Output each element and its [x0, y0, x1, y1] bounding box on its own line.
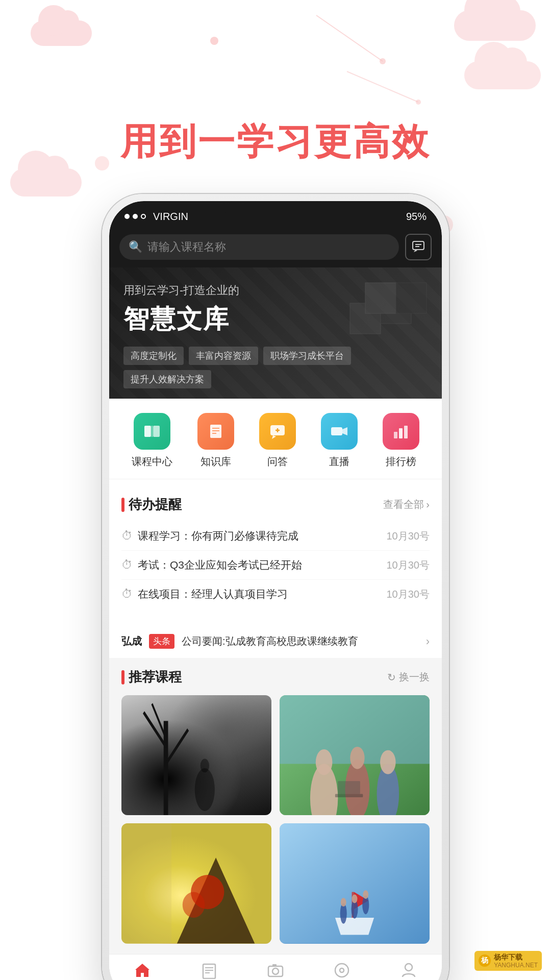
todo-header: 待办提醒 查看全部 › — [121, 496, 430, 513]
course-image-2 — [121, 823, 271, 943]
search-input-wrap[interactable]: 🔍 请输入课程名称 — [119, 234, 399, 260]
book-open-icon — [142, 422, 162, 441]
svg-marker-23 — [272, 435, 276, 439]
banner[interactable]: 用到云学习-打造企业的 智慧文库 高度定制化 丰富内容资源 职场学习成长平台 提… — [109, 267, 442, 399]
headline: 用到一学习更高效 — [0, 117, 551, 166]
todo-title: 待办提醒 — [121, 496, 182, 513]
rank-icon — [383, 413, 419, 450]
course-card-0[interactable]: 学有意思的历史，听不... 49691人学习 — [121, 695, 271, 815]
news-brand: 弘成 — [121, 634, 142, 648]
svg-rect-46 — [335, 794, 363, 797]
chat-button[interactable] — [405, 234, 432, 260]
svg-rect-52 — [121, 823, 171, 943]
nav-profile[interactable]: 我 — [388, 962, 429, 980]
category-qa[interactable]: 问答 — [259, 413, 296, 469]
news-arrow-icon: › — [426, 635, 430, 648]
category-live[interactable]: 直播 — [321, 413, 358, 469]
todo-text-1: 考试：Q3企业应知会考试已经开始 — [138, 558, 302, 572]
svg-rect-15 — [144, 426, 151, 437]
course-card-1[interactable]: 商务礼仪与交往艺术 491人学习 — [280, 695, 430, 815]
svg-rect-64 — [203, 964, 215, 978]
refresh-button[interactable]: ↻ 换一换 — [387, 670, 430, 684]
todo-item-left-2: ⏱ 在线项目：经理人认真项目学习 — [121, 587, 288, 601]
red-bar-decoration — [121, 498, 124, 512]
course-image-3 — [280, 823, 430, 943]
cloud-4 — [464, 61, 541, 89]
profile-icon — [400, 962, 417, 979]
nav-discover[interactable]: 发现 — [321, 962, 362, 980]
phone-mockup: VIRGIN 95% 🔍 请输入课程名称 — [102, 194, 449, 980]
svg-rect-29 — [399, 428, 403, 438]
phone-notch — [224, 201, 327, 220]
category-knowledge[interactable]: 知识库 — [197, 413, 234, 469]
svg-marker-63 — [135, 964, 149, 977]
todo-item-1[interactable]: ⏱ 考试：Q3企业应知会考试已经开始 10月30号 — [121, 551, 430, 580]
knowledge-icon — [197, 413, 234, 450]
qa-icon — [259, 413, 296, 450]
search-icon: 🔍 — [129, 240, 142, 254]
bottom-navigation: 精选 学习 — [109, 954, 442, 980]
todo-title-text: 待办提醒 — [129, 496, 182, 513]
category-grid: 课程中心 知识库 — [109, 399, 442, 479]
bar-chart-icon — [391, 422, 411, 441]
signal-dot-3 — [141, 214, 146, 219]
course-card-3[interactable]: 职场成长必修课 876人学习 — [280, 823, 430, 943]
battery-label: 95% — [406, 211, 427, 223]
course-card-2[interactable]: 水墨艺术课程 1203人学习 — [121, 823, 271, 943]
svg-rect-14 — [396, 283, 427, 313]
book-study-icon — [201, 962, 218, 979]
svg-rect-26 — [331, 427, 342, 435]
svg-marker-54 — [335, 918, 374, 935]
svg-point-58 — [341, 898, 346, 907]
category-course-center[interactable]: 课程中心 — [132, 413, 172, 469]
news-text: 公司要闻:弘成教育高校思政课继续教育 — [182, 634, 419, 648]
svg-rect-30 — [404, 426, 408, 438]
clock-icon-2: ⏱ — [121, 587, 133, 601]
red-bar-decoration-2 — [121, 670, 124, 684]
svg-line-1 — [316, 15, 383, 61]
book-icon — [206, 422, 226, 441]
todo-item-left-0: ⏱ 课程学习：你有两门必修课待完成 — [121, 529, 298, 543]
banner-3d-decoration — [340, 273, 432, 356]
category-rank[interactable]: 排行榜 — [383, 413, 419, 469]
video-camera-icon — [330, 422, 349, 441]
svg-point-72 — [340, 968, 344, 972]
nav-home[interactable]: 精选 — [122, 962, 163, 980]
watermark-line1: 杨华下载 — [494, 953, 538, 962]
clock-icon-0: ⏱ — [121, 529, 133, 543]
todo-text-2: 在线项目：经理人认真项目学习 — [138, 587, 288, 601]
todo-item-0[interactable]: ⏱ 课程学习：你有两门必修课待完成 10月30号 — [121, 522, 430, 551]
watermark-line2: YANGHUA.NET — [494, 962, 538, 969]
knowledge-label: 知识库 — [201, 455, 231, 469]
chat-icon — [411, 240, 425, 254]
nav-study[interactable]: 学习 — [189, 962, 230, 980]
search-bar: 🔍 请输入课程名称 — [109, 229, 442, 267]
cloud-2 — [454, 10, 536, 41]
courses-header: 推荐课程 ↻ 换一换 — [121, 668, 430, 686]
chat-plus-icon — [268, 422, 287, 441]
course-image-1 — [280, 695, 430, 815]
view-all-button[interactable]: 查看全部 › — [383, 498, 430, 511]
recommended-section: 推荐课程 ↻ 换一换 — [109, 658, 442, 954]
phone-outer: VIRGIN 95% 🔍 请输入课程名称 — [102, 194, 449, 980]
course-image-art-0 — [121, 695, 271, 815]
nav-square[interactable]: 广场 — [255, 962, 296, 980]
clock-icon-1: ⏱ — [121, 558, 133, 572]
live-icon — [321, 413, 358, 450]
recommended-title-text: 推荐课程 — [129, 668, 182, 686]
home-icon — [134, 962, 151, 979]
courses-grid: 学有意思的历史，听不... 49691人学习 — [121, 695, 430, 944]
todo-item-2[interactable]: ⏱ 在线项目：经理人认真项目学习 10月30号 — [121, 580, 430, 608]
camera-icon — [267, 962, 284, 979]
svg-point-41 — [316, 749, 333, 775]
news-bar[interactable]: 弘成 头条 公司要闻:弘成教育高校思政课继续教育 › — [109, 625, 442, 658]
watermark: 杨 杨华下载 YANGHUA.NET — [474, 951, 542, 971]
cloud-1 — [31, 20, 92, 46]
todo-date-2: 10月30号 — [387, 587, 430, 601]
svg-point-73 — [405, 964, 412, 971]
course-center-label: 课程中心 — [132, 455, 172, 469]
watermark-text: 杨华下载 YANGHUA.NET — [494, 953, 538, 969]
refresh-label: 换一换 — [399, 670, 430, 684]
rank-label: 排行榜 — [386, 455, 416, 469]
svg-rect-13 — [365, 283, 396, 313]
